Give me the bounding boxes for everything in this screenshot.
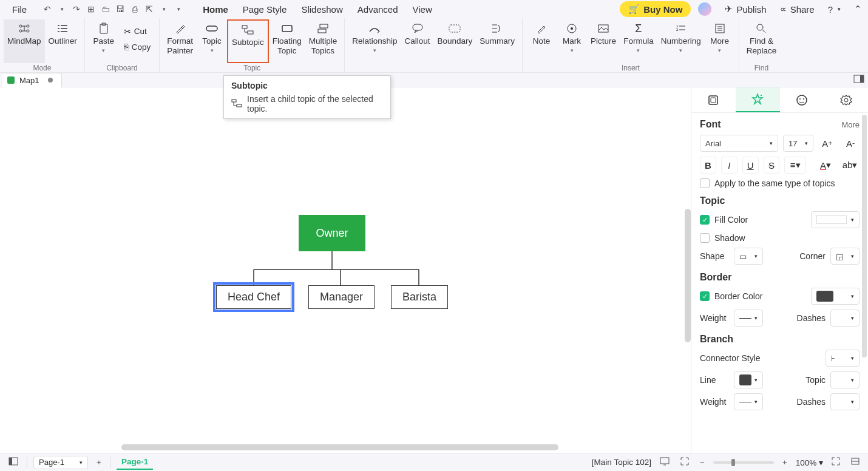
- collapse-panel-button[interactable]: [849, 456, 862, 468]
- outline-panel-button[interactable]: [6, 456, 21, 469]
- branch-weight-select[interactable]: ▾: [734, 393, 763, 410]
- border-dashes-select[interactable]: ▾: [830, 310, 860, 327]
- zoom-slider-thumb[interactable]: [731, 459, 735, 466]
- bold-button[interactable]: B: [700, 157, 716, 174]
- menu-advanced[interactable]: Advanced: [351, 2, 404, 17]
- outliner-mode-button[interactable]: Outliner: [45, 19, 81, 63]
- svg-rect-8: [248, 31, 253, 34]
- fill-color-select[interactable]: ▾: [811, 211, 860, 228]
- panel-tab-emoji[interactable]: [780, 87, 824, 112]
- subtopic-button[interactable]: Subtopic: [227, 19, 269, 63]
- fit-icon[interactable]: [678, 456, 691, 469]
- floating-topic-button[interactable]: Floating Topic: [269, 19, 305, 63]
- undo-dropdown-icon[interactable]: ▾: [57, 4, 67, 14]
- open-icon[interactable]: 🗀: [101, 4, 110, 14]
- callout-button[interactable]: Callout: [401, 19, 434, 63]
- canvas[interactable]: Owner Head Chef Manager Barista: [0, 87, 691, 453]
- canvas-horizontal-scrollbar[interactable]: [121, 444, 558, 450]
- connector-style-select[interactable]: ⊦▾: [826, 350, 860, 367]
- export-dropdown-icon[interactable]: ▾: [159, 4, 169, 14]
- menu-page-style[interactable]: Page Style: [237, 2, 293, 17]
- presentation-icon[interactable]: [657, 456, 672, 469]
- qat-more-icon[interactable]: ▾: [174, 4, 183, 14]
- font-color-button[interactable]: A▾: [816, 157, 835, 174]
- branch-topic-select[interactable]: ▾: [830, 371, 860, 388]
- multiple-topics-button[interactable]: Multiple Topics: [305, 19, 341, 63]
- format-painter-button[interactable]: Format Painter: [163, 19, 197, 63]
- shape-select[interactable]: ▭▾: [734, 248, 763, 265]
- zoom-out-button[interactable]: −: [697, 456, 707, 468]
- formula-button[interactable]: Σ Formula ▾: [620, 19, 657, 63]
- apply-same-checkbox[interactable]: [700, 178, 710, 188]
- align-button[interactable]: ≡▾: [784, 157, 806, 174]
- find-replace-button[interactable]: Find & Replace: [743, 19, 781, 63]
- corner-select[interactable]: ◲▾: [830, 248, 860, 265]
- relationship-button[interactable]: Relationship ▾: [348, 19, 401, 63]
- numbering-button[interactable]: 12 Numbering ▾: [657, 19, 705, 63]
- increase-font-button[interactable]: A+: [818, 135, 836, 152]
- font-size-select[interactable]: 17▾: [783, 135, 813, 152]
- zoom-in-button[interactable]: +: [780, 456, 790, 468]
- chevron-down-icon: ▾: [851, 399, 854, 405]
- font-more-link[interactable]: More: [841, 120, 860, 129]
- topic-button[interactable]: Topic ▾: [197, 19, 227, 63]
- note-button[interactable]: Note: [526, 19, 557, 63]
- buy-now-button[interactable]: 🛒 Buy Now: [620, 1, 691, 17]
- menu-home[interactable]: Home: [197, 2, 234, 17]
- font-family-select[interactable]: Arial▾: [700, 135, 778, 152]
- node-manager[interactable]: Manager: [308, 285, 375, 309]
- document-tab[interactable]: Map1: [2, 73, 62, 87]
- save-icon[interactable]: 🖫: [115, 4, 125, 14]
- strikethrough-button[interactable]: S: [764, 157, 780, 174]
- fill-color-checkbox[interactable]: ✓: [700, 215, 710, 225]
- shadow-checkbox[interactable]: [700, 233, 710, 243]
- zoom-slider[interactable]: [713, 461, 774, 464]
- decrease-font-button[interactable]: A-: [841, 135, 860, 152]
- page-tab[interactable]: Page-1: [117, 455, 153, 470]
- more-button[interactable]: More ▾: [705, 19, 735, 63]
- collapse-ribbon-button[interactable]: ⌃: [854, 4, 862, 15]
- underline-button[interactable]: U: [742, 157, 759, 174]
- avatar[interactable]: [698, 2, 711, 16]
- node-barista[interactable]: Barista: [391, 285, 448, 309]
- zoom-value[interactable]: 100% ▾: [796, 458, 823, 467]
- node-owner[interactable]: Owner: [299, 215, 365, 251]
- new-icon[interactable]: ⊞: [86, 4, 96, 14]
- panel-toggle-button[interactable]: [853, 75, 864, 85]
- chevron-down-icon: ▾: [373, 47, 376, 53]
- share-button[interactable]: ∝ Share: [780, 4, 815, 15]
- branch-line-select[interactable]: ▾: [734, 371, 763, 388]
- panel-tab-layout[interactable]: [691, 87, 736, 112]
- boundary-button[interactable]: Boundary: [434, 19, 476, 63]
- export-icon[interactable]: ⇱: [144, 4, 154, 14]
- mindmap-mode-button[interactable]: MindMap: [4, 19, 45, 63]
- panel-tab-style[interactable]: [736, 87, 780, 112]
- redo-icon[interactable]: ↷: [72, 4, 81, 14]
- italic-button[interactable]: I: [721, 157, 737, 174]
- print-icon[interactable]: ⎙: [130, 4, 140, 14]
- cut-button[interactable]: ✂Cut: [121, 25, 154, 38]
- add-page-button[interactable]: +: [94, 456, 104, 468]
- page-selector[interactable]: Page-1▾: [33, 456, 88, 469]
- text-transform-button[interactable]: ab▾: [840, 157, 860, 174]
- border-color-select[interactable]: ▾: [811, 288, 860, 305]
- fullscreen-button[interactable]: [829, 456, 843, 469]
- summary-button[interactable]: Summary: [476, 19, 518, 63]
- border-weight-select[interactable]: ▾: [734, 310, 763, 327]
- panel-tab-settings[interactable]: [824, 87, 868, 112]
- menu-view[interactable]: View: [407, 2, 438, 17]
- picture-button[interactable]: Picture: [587, 19, 620, 63]
- branch-dashes-select[interactable]: ▾: [830, 393, 860, 410]
- panel-vertical-scrollbar[interactable]: [862, 115, 867, 357]
- publish-button[interactable]: ✈ Publish: [725, 4, 766, 15]
- undo-icon[interactable]: ↶: [42, 4, 52, 14]
- menu-slideshow[interactable]: Slideshow: [295, 2, 348, 17]
- node-head-chef[interactable]: Head Chef: [216, 285, 291, 309]
- help-button[interactable]: ?▾: [828, 4, 841, 15]
- menu-file[interactable]: File: [6, 2, 33, 17]
- border-color-checkbox[interactable]: ✓: [700, 291, 710, 301]
- mark-button[interactable]: Mark ▾: [557, 19, 587, 63]
- copy-button[interactable]: ⎘Copy: [121, 41, 154, 53]
- paste-button[interactable]: Paste ▾: [89, 19, 119, 63]
- canvas-vertical-scrollbar[interactable]: [685, 209, 691, 342]
